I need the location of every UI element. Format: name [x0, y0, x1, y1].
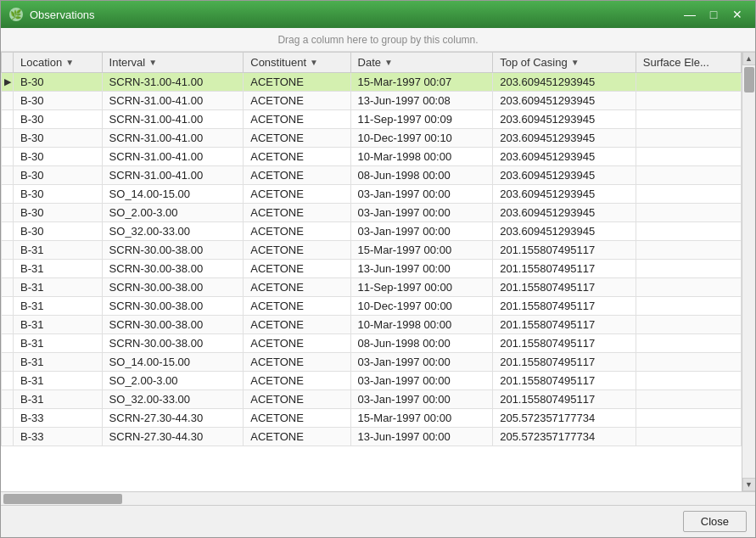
cell-constituent: ACETONE	[244, 166, 350, 185]
cell-top_of_casing: 201.155807495117	[493, 278, 636, 297]
cell-interval: SCRN-27.30-44.30	[102, 409, 244, 428]
svg-text:🌿: 🌿	[10, 8, 22, 20]
col-header-surface-ele[interactable]: Surface Ele...	[636, 53, 741, 73]
scroll-down-arrow[interactable]: ▼	[742, 478, 756, 491]
table-row[interactable]: B-31SO_14.00-15.00ACETONE03-Jan-1997 00:…	[2, 353, 742, 372]
cell-date: 03-Jan-1997 00:00	[350, 390, 493, 409]
app-icon: 🌿	[8, 6, 25, 23]
cell-date: 15-Mar-1997 00:00	[350, 241, 493, 260]
table-row[interactable]: B-30SCRN-31.00-41.00ACETONE08-Jun-1998 0…	[2, 166, 742, 185]
cell-date: 08-Jun-1998 00:00	[350, 166, 493, 185]
cell-location: B-30	[14, 129, 103, 148]
scroll-thumb-vertical[interactable]	[744, 67, 754, 92]
table-row[interactable]: B-31SCRN-30.00-38.00ACETONE08-Jun-1998 0…	[2, 334, 742, 353]
col-header-constituent[interactable]: Constituent ▼	[244, 53, 350, 73]
maximize-button[interactable]: □	[703, 5, 725, 24]
col-header-interval[interactable]: Interval ▼	[102, 53, 244, 73]
horizontal-scrollbar[interactable]	[1, 491, 755, 505]
cell-surface-ele	[636, 110, 741, 129]
cell-location: B-30	[14, 110, 103, 129]
cell-surface-ele	[636, 409, 741, 428]
cell-surface-ele	[636, 204, 741, 222]
cell-surface-ele	[636, 372, 741, 390]
scroll-track-vertical[interactable]	[742, 65, 756, 478]
cell-top_of_casing: 203.609451293945	[493, 92, 636, 110]
cell-surface-ele	[636, 334, 741, 353]
cell-top_of_casing: 201.155807495117	[493, 372, 636, 390]
table-row[interactable]: B-30SO_14.00-15.00ACETONE03-Jan-1997 00:…	[2, 185, 742, 204]
cell-top_of_casing: 201.155807495117	[493, 334, 636, 353]
cell-surface-ele	[636, 92, 741, 110]
table-row[interactable]: B-30SO_2.00-3.00ACETONE03-Jan-1997 00:00…	[2, 204, 742, 222]
table-wrapper[interactable]: Location ▼ Interval ▼	[1, 52, 742, 491]
cell-constituent: ACETONE	[244, 185, 350, 204]
cell-location: B-30	[14, 148, 103, 166]
table-row[interactable]: B-31SO_32.00-33.00ACETONE03-Jan-1997 00:…	[2, 390, 742, 409]
window-close-button[interactable]: ✕	[726, 5, 748, 24]
cell-interval: SCRN-31.00-41.00	[102, 110, 244, 129]
table-row[interactable]: B-31SO_2.00-3.00ACETONE03-Jan-1997 00:00…	[2, 372, 742, 390]
table-header-row: Location ▼ Interval ▼	[2, 53, 742, 73]
window-controls: — □ ✕	[679, 5, 748, 24]
cell-constituent: ACETONE	[244, 92, 350, 110]
cell-location: B-31	[14, 390, 103, 409]
cell-interval: SO_14.00-15.00	[102, 353, 244, 372]
row-indicator	[2, 166, 14, 185]
table-row[interactable]: B-30SCRN-31.00-41.00ACETONE11-Sep-1997 0…	[2, 110, 742, 129]
cell-constituent: ACETONE	[244, 204, 350, 222]
table-row[interactable]: B-31SCRN-30.00-38.00ACETONE10-Mar-1998 0…	[2, 316, 742, 334]
sort-icon-top-of-casing: ▼	[571, 58, 580, 67]
table-row[interactable]: B-30SO_32.00-33.00ACETONE03-Jan-1997 00:…	[2, 222, 742, 241]
cell-location: B-30	[14, 222, 103, 241]
cell-top_of_casing: 203.609451293945	[493, 129, 636, 148]
minimize-button[interactable]: —	[679, 5, 701, 24]
cell-interval: SCRN-30.00-38.00	[102, 278, 244, 297]
row-indicator-header	[2, 53, 14, 73]
cell-constituent: ACETONE	[244, 316, 350, 334]
row-indicator	[2, 260, 14, 278]
table-row[interactable]: B-30SCRN-31.00-41.00ACETONE13-Jun-1997 0…	[2, 92, 742, 110]
cell-surface-ele	[636, 185, 741, 204]
scroll-up-arrow[interactable]: ▲	[742, 52, 756, 65]
cell-surface-ele	[636, 129, 741, 148]
cell-top_of_casing: 205.572357177734	[493, 428, 636, 446]
cell-surface-ele	[636, 428, 741, 446]
row-indicator	[2, 204, 14, 222]
close-button[interactable]: Close	[683, 511, 747, 532]
table-row[interactable]: B-30SCRN-31.00-41.00ACETONE10-Dec-1997 0…	[2, 129, 742, 148]
col-header-top-of-casing[interactable]: Top of Casing ▼	[493, 53, 636, 73]
table-and-scroll: Location ▼ Interval ▼	[1, 52, 755, 491]
cell-location: B-30	[14, 92, 103, 110]
col-header-location[interactable]: Location ▼	[14, 53, 103, 73]
cell-date: 08-Jun-1998 00:00	[350, 334, 493, 353]
row-indicator	[2, 409, 14, 428]
table-row[interactable]: B-31SCRN-30.00-38.00ACETONE15-Mar-1997 0…	[2, 241, 742, 260]
scroll-thumb-horizontal[interactable]	[3, 494, 122, 504]
cell-constituent: ACETONE	[244, 409, 350, 428]
table-body: ▶B-30SCRN-31.00-41.00ACETONE15-Mar-1997 …	[2, 73, 742, 446]
table-row[interactable]: B-33SCRN-27.30-44.30ACETONE13-Jun-1997 0…	[2, 428, 742, 446]
table-row[interactable]: B-33SCRN-27.30-44.30ACETONE15-Mar-1997 0…	[2, 409, 742, 428]
table-row[interactable]: B-31SCRN-30.00-38.00ACETONE11-Sep-1997 0…	[2, 278, 742, 297]
cell-surface-ele	[636, 278, 741, 297]
table-row[interactable]: B-31SCRN-30.00-38.00ACETONE10-Dec-1997 0…	[2, 297, 742, 316]
table-row[interactable]: B-31SCRN-30.00-38.00ACETONE13-Jun-1997 0…	[2, 260, 742, 278]
table-row[interactable]: B-30SCRN-31.00-41.00ACETONE10-Mar-1998 0…	[2, 148, 742, 166]
cell-top_of_casing: 203.609451293945	[493, 110, 636, 129]
cell-date: 03-Jan-1997 00:00	[350, 353, 493, 372]
row-indicator	[2, 110, 14, 129]
cell-interval: SO_2.00-3.00	[102, 204, 244, 222]
cell-location: B-33	[14, 428, 103, 446]
cell-surface-ele	[636, 166, 741, 185]
cell-interval: SCRN-31.00-41.00	[102, 166, 244, 185]
table-row[interactable]: ▶B-30SCRN-31.00-41.00ACETONE15-Mar-1997 …	[2, 73, 742, 92]
cell-date: 10-Mar-1998 00:00	[350, 148, 493, 166]
data-table: Location ▼ Interval ▼	[1, 52, 742, 446]
vertical-scrollbar[interactable]: ▲ ▼	[742, 52, 755, 491]
col-header-date[interactable]: Date ▼	[350, 53, 493, 73]
cell-date: 03-Jan-1997 00:00	[350, 204, 493, 222]
row-indicator	[2, 353, 14, 372]
sort-icon-location: ▼	[65, 58, 74, 67]
cell-date: 15-Mar-1997 00:07	[350, 73, 493, 92]
cell-constituent: ACETONE	[244, 148, 350, 166]
